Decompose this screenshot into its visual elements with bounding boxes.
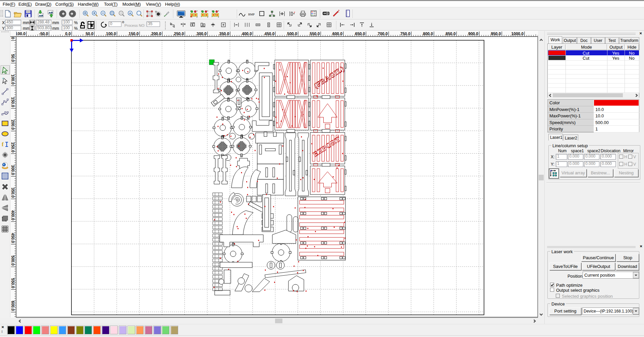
svg-text:50.0: 50.0 xyxy=(86,32,94,36)
svg-text:250.0: 250.0 xyxy=(10,142,15,152)
svg-text:f: f xyxy=(2,141,4,148)
svg-text:700.0: 700.0 xyxy=(378,32,388,36)
svg-text:300.0: 300.0 xyxy=(197,32,207,36)
svg-text:550.0: 550.0 xyxy=(310,32,320,36)
svg-text:150.0: 150.0 xyxy=(10,97,15,107)
svg-text:0: 0 xyxy=(10,37,15,39)
svg-text:1000.0: 1000.0 xyxy=(511,32,524,36)
svg-text:-100.0: -100.0 xyxy=(16,32,25,36)
svg-text:400.0: 400.0 xyxy=(242,32,252,36)
svg-text:-50.0: -50.0 xyxy=(39,32,48,36)
svg-text:950.0: 950.0 xyxy=(491,32,501,36)
svg-text:500.0: 500.0 xyxy=(287,32,297,36)
svg-text:100.0: 100.0 xyxy=(106,32,116,36)
svg-text:600.0: 600.0 xyxy=(332,32,342,36)
svg-text:500.0: 500.0 xyxy=(10,256,15,266)
svg-text:550.0: 550.0 xyxy=(10,278,15,288)
svg-text:750.0: 750.0 xyxy=(400,32,410,36)
svg-text:450.0: 450.0 xyxy=(10,233,15,243)
svg-text:350.0: 350.0 xyxy=(219,32,229,36)
svg-text:300.0: 300.0 xyxy=(10,165,15,175)
svg-text:50.0: 50.0 xyxy=(10,54,15,62)
svg-text:200.0: 200.0 xyxy=(151,32,161,36)
svg-text:900.0: 900.0 xyxy=(468,32,478,36)
svg-text:450.0: 450.0 xyxy=(264,32,274,36)
svg-text:A: A xyxy=(129,12,131,15)
svg-text:250.0: 250.0 xyxy=(174,32,184,36)
svg-text:200.0: 200.0 xyxy=(10,120,15,130)
svg-text:A: A xyxy=(191,15,192,18)
svg-text:800.0: 800.0 xyxy=(423,32,433,36)
svg-text:600.0: 600.0 xyxy=(10,301,15,311)
svg-text:650.0: 650.0 xyxy=(355,32,365,36)
svg-text:850.0: 850.0 xyxy=(445,32,455,36)
svg-text:100.0: 100.0 xyxy=(10,74,15,85)
svg-text:400.0: 400.0 xyxy=(10,210,15,220)
svg-text:350.0: 350.0 xyxy=(10,187,15,198)
svg-text:BMP: BMP xyxy=(248,13,255,16)
svg-text:0.0: 0.0 xyxy=(65,32,71,36)
svg-text:150.0: 150.0 xyxy=(128,32,139,36)
